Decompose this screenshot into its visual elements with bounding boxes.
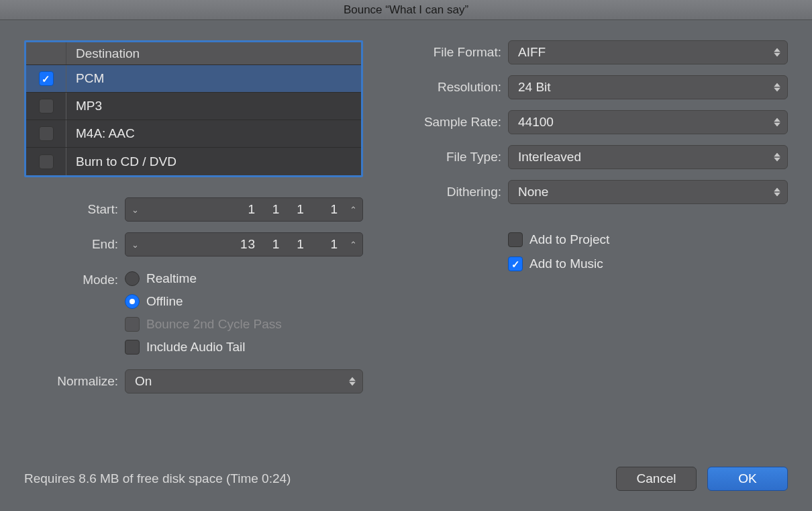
destination-label: MP3 <box>66 99 361 113</box>
chevron-down-icon[interactable]: ⌄ <box>125 240 144 250</box>
add-to-music-label: Add to Music <box>529 257 603 271</box>
dithering-popup[interactable]: None <box>508 180 788 204</box>
window-titlebar: Bounce “What I can say” <box>0 0 812 20</box>
radio-icon[interactable] <box>125 271 140 286</box>
destination-check-pcm[interactable] <box>39 71 54 86</box>
updown-caret-icon <box>349 377 356 386</box>
normalize-label: Normalize: <box>24 374 125 389</box>
include-audio-tail-option[interactable]: Include Audio Tail <box>125 340 282 355</box>
add-to-music-option[interactable]: Add to Music <box>508 257 788 271</box>
end-value[interactable]: 13 1 1 1 <box>144 237 344 252</box>
updown-caret-icon <box>774 188 780 197</box>
add-to-project-option[interactable]: Add to Project <box>508 232 788 247</box>
updown-caret-icon <box>774 153 780 162</box>
mode-label: Mode: <box>24 271 125 287</box>
destination-check-mp3[interactable] <box>39 99 54 113</box>
destination-header-row: Destination <box>26 42 361 65</box>
normalize-value: On <box>135 374 152 389</box>
destination-label: M4A: AAC <box>66 126 361 141</box>
checkbox-icon[interactable] <box>508 257 523 271</box>
mode-offline-option[interactable]: Offline <box>125 294 282 309</box>
chevron-up-icon[interactable]: ⌃ <box>344 240 362 250</box>
file-format-popup[interactable]: AIFF <box>508 40 788 64</box>
updown-caret-icon <box>774 83 780 92</box>
destination-row-mp3[interactable]: MP3 <box>26 93 361 120</box>
mode-offline-label: Offline <box>146 294 183 309</box>
file-format-value: AIFF <box>518 45 546 60</box>
file-format-label: File Format: <box>387 45 508 60</box>
checkbox-icon[interactable] <box>125 340 140 355</box>
dithering-value: None <box>518 185 548 199</box>
disk-space-status: Requires 8.6 MB of free disk space (Time… <box>24 471 291 486</box>
radio-icon[interactable] <box>125 294 140 309</box>
end-stepper[interactable]: ⌄ 13 1 1 1 ⌃ <box>125 232 363 257</box>
file-type-popup[interactable]: Interleaved <box>508 145 788 169</box>
destination-table: Destination PCM MP3 M4A: AAC Burn to CD … <box>24 40 363 177</box>
destination-row-pcm[interactable]: PCM <box>26 65 361 93</box>
destination-header-check-cell <box>26 42 66 64</box>
window-title: Bounce “What I can say” <box>344 3 468 17</box>
sample-rate-label: Sample Rate: <box>387 115 508 130</box>
destination-check-burn[interactable] <box>39 154 54 169</box>
chevron-down-icon[interactable]: ⌄ <box>125 205 144 215</box>
updown-caret-icon <box>774 48 780 57</box>
file-type-label: File Type: <box>387 150 508 165</box>
start-stepper[interactable]: ⌄ 1 1 1 1 ⌃ <box>125 197 363 222</box>
dithering-label: Dithering: <box>387 185 508 199</box>
checkbox-icon[interactable] <box>508 232 523 247</box>
start-value[interactable]: 1 1 1 1 <box>144 202 344 217</box>
bounce-2nd-cycle-label: Bounce 2nd Cycle Pass <box>146 317 282 332</box>
ok-button[interactable]: OK <box>707 467 788 491</box>
start-label: Start: <box>24 202 125 217</box>
resolution-label: Resolution: <box>387 80 508 95</box>
destination-header-label: Destination <box>66 46 361 61</box>
bounce-2nd-cycle-option: Bounce 2nd Cycle Pass <box>125 317 282 332</box>
resolution-popup[interactable]: 24 Bit <box>508 75 788 99</box>
mode-realtime-label: Realtime <box>146 271 197 286</box>
normalize-popup[interactable]: On <box>125 369 363 393</box>
sample-rate-value: 44100 <box>518 115 554 130</box>
destination-label: Burn to CD / DVD <box>66 154 361 169</box>
cancel-button[interactable]: Cancel <box>616 467 697 491</box>
resolution-value: 24 Bit <box>518 80 551 95</box>
destination-check-m4a[interactable] <box>39 126 54 141</box>
include-audio-tail-label: Include Audio Tail <box>146 340 246 355</box>
updown-caret-icon <box>774 118 780 127</box>
mode-realtime-option[interactable]: Realtime <box>125 271 282 286</box>
checkbox-icon <box>125 317 140 332</box>
file-type-value: Interleaved <box>518 150 581 165</box>
destination-row-burn[interactable]: Burn to CD / DVD <box>26 148 361 175</box>
sample-rate-popup[interactable]: 44100 <box>508 110 788 134</box>
end-label: End: <box>24 237 125 252</box>
chevron-up-icon[interactable]: ⌃ <box>344 205 362 215</box>
add-to-project-label: Add to Project <box>529 232 609 247</box>
destination-row-m4a[interactable]: M4A: AAC <box>26 120 361 148</box>
destination-label: PCM <box>66 71 361 86</box>
